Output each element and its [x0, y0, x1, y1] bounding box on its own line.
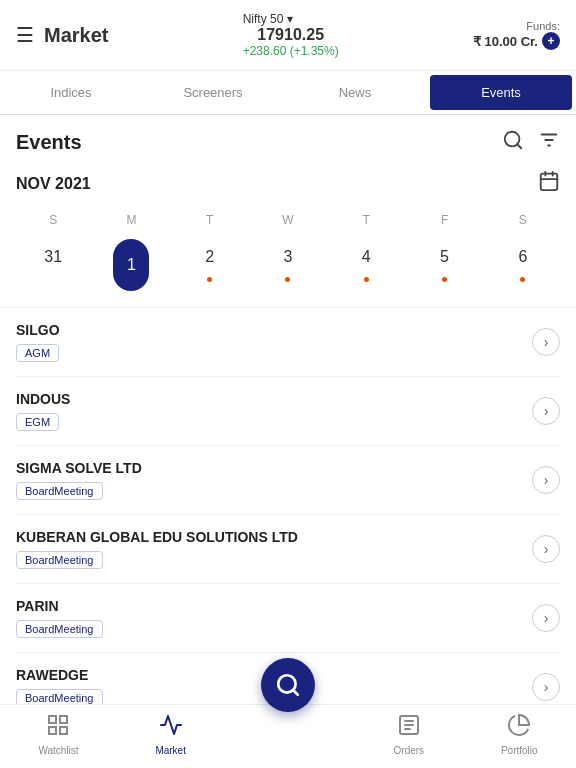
day-4[interactable]: 4: [329, 235, 403, 295]
event-info: RAWEDGE BoardMeeting: [16, 667, 103, 707]
event-item[interactable]: INDOUS EGM ›: [16, 377, 560, 446]
calendar-grid: S M T W T F S 31 1 2 3 4 5 6: [16, 209, 560, 295]
market-icon: [159, 713, 183, 743]
event-name: SILGO: [16, 322, 60, 338]
event-arrow[interactable]: ›: [532, 535, 560, 563]
page-actions: [502, 129, 560, 156]
tab-indices[interactable]: Indices: [0, 71, 142, 114]
orders-label: Orders: [394, 745, 425, 756]
orders-icon: [397, 713, 421, 743]
app-title: Market: [44, 24, 108, 47]
funds-label: Funds:: [473, 20, 560, 32]
month-header: NOV 2021: [16, 170, 560, 197]
event-name: INDOUS: [16, 391, 70, 407]
calendar-icon[interactable]: [538, 170, 560, 197]
tab-news[interactable]: News: [284, 71, 426, 114]
svg-rect-13: [60, 727, 67, 734]
day-header-w: W: [251, 209, 325, 231]
event-name: PARIN: [16, 598, 103, 614]
day-2[interactable]: 2: [173, 235, 247, 295]
event-item[interactable]: SILGO AGM ›: [16, 308, 560, 377]
search-icon[interactable]: [502, 129, 524, 156]
event-arrow[interactable]: ›: [532, 466, 560, 494]
add-funds-button[interactable]: +: [542, 32, 560, 50]
svg-rect-14: [49, 727, 56, 734]
portfolio-icon: [507, 713, 531, 743]
svg-line-1: [517, 144, 521, 148]
event-tag: AGM: [16, 344, 59, 362]
svg-rect-12: [60, 716, 67, 723]
page-title: Events: [16, 131, 82, 154]
svg-line-10: [293, 690, 298, 695]
event-arrow[interactable]: ›: [532, 397, 560, 425]
event-info: KUBERAN GLOBAL EDU SOLUTIONS LTD BoardMe…: [16, 529, 298, 569]
svg-rect-11: [49, 716, 56, 723]
day-header-t1: T: [173, 209, 247, 231]
event-name: KUBERAN GLOBAL EDU SOLUTIONS LTD: [16, 529, 298, 545]
event-arrow[interactable]: ›: [532, 328, 560, 356]
day-5[interactable]: 5: [407, 235, 481, 295]
app-header: ☰ Market Nifty 50 ▾ 17910.25 +238.60 (+1…: [0, 0, 576, 71]
bottom-nav: Watchlist Market Orders Portfolio: [0, 704, 576, 768]
day-3[interactable]: 3: [251, 235, 325, 295]
day-header-m: M: [94, 209, 168, 231]
day-header-s1: S: [16, 209, 90, 231]
funds-section: Funds: ₹ 10.00 Cr. +: [473, 20, 560, 50]
nifty-value: 17910.25: [243, 26, 339, 44]
nav-orders[interactable]: Orders: [394, 713, 425, 756]
nifty-change: +238.60 (+1.35%): [243, 44, 339, 58]
fab-search-button[interactable]: [261, 658, 315, 712]
watchlist-icon: [46, 713, 70, 743]
event-info: INDOUS EGM: [16, 391, 70, 431]
nifty-label: Nifty 50 ▾: [243, 12, 339, 26]
nav-market[interactable]: Market: [155, 713, 186, 756]
tab-events[interactable]: Events: [430, 75, 572, 110]
event-tag: BoardMeeting: [16, 551, 103, 569]
market-label: Market: [155, 745, 186, 756]
event-name: RAWEDGE: [16, 667, 103, 683]
tab-screeners[interactable]: Screeners: [142, 71, 284, 114]
page-header: Events: [0, 115, 576, 170]
day-header-t2: T: [329, 209, 403, 231]
event-item[interactable]: SIGMA SOLVE LTD BoardMeeting ›: [16, 446, 560, 515]
event-arrow[interactable]: ›: [532, 673, 560, 701]
month-title: NOV 2021: [16, 175, 91, 193]
day-6[interactable]: 6: [486, 235, 560, 295]
watchlist-label: Watchlist: [38, 745, 78, 756]
day-31[interactable]: 31: [16, 235, 90, 295]
day-1[interactable]: 1: [94, 235, 168, 295]
event-name: SIGMA SOLVE LTD: [16, 460, 142, 476]
nav-portfolio[interactable]: Portfolio: [501, 713, 538, 756]
event-info: SILGO AGM: [16, 322, 60, 362]
event-info: PARIN BoardMeeting: [16, 598, 103, 638]
event-item[interactable]: KUBERAN GLOBAL EDU SOLUTIONS LTD BoardMe…: [16, 515, 560, 584]
funds-value: ₹ 10.00 Cr. +: [473, 32, 560, 50]
event-tag: EGM: [16, 413, 59, 431]
svg-rect-5: [541, 174, 558, 191]
portfolio-label: Portfolio: [501, 745, 538, 756]
filter-icon[interactable]: [538, 129, 560, 156]
calendar-section: NOV 2021 S M T W T F S 31 1 2 3 4: [0, 170, 576, 307]
day-header-f: F: [407, 209, 481, 231]
event-tag: BoardMeeting: [16, 620, 103, 638]
event-info: SIGMA SOLVE LTD BoardMeeting: [16, 460, 142, 500]
menu-icon[interactable]: ☰: [16, 23, 34, 47]
event-arrow[interactable]: ›: [532, 604, 560, 632]
event-tag: BoardMeeting: [16, 482, 103, 500]
event-item[interactable]: PARIN BoardMeeting ›: [16, 584, 560, 653]
tab-bar: Indices Screeners News Events: [0, 71, 576, 115]
day-header-s2: S: [486, 209, 560, 231]
header-left: ☰ Market: [16, 23, 108, 47]
nav-watchlist[interactable]: Watchlist: [38, 713, 78, 756]
nifty-section[interactable]: Nifty 50 ▾ 17910.25 +238.60 (+1.35%): [243, 12, 339, 58]
